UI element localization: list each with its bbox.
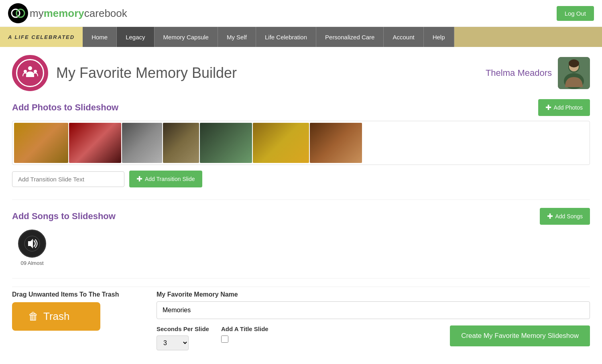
transition-row: ✚ Add Transition Slide [12,171,590,187]
add-transition-slide-button[interactable]: ✚ Add Transition Slide [129,171,202,187]
photo-item[interactable] [69,123,121,163]
nav-item-legacy[interactable]: Legacy [117,27,154,47]
seconds-select[interactable]: 1 2 3 4 5 10 [157,336,189,350]
page-header-left: My Favorite Memory Builder [12,55,237,91]
nav-items: Home Legacy Memory Capsule My Self Life … [83,27,602,47]
songs-section: Add Songs to Slideshow ✚ Add Songs 09 Al… [12,208,590,266]
divider-2 [12,278,590,279]
photo-strip [14,123,588,163]
photo-item[interactable] [163,123,199,163]
song-name: 09 Almost [20,260,43,266]
page-header-right: Thelma Meadors [486,57,590,89]
transition-slide-text-input[interactable] [12,171,124,187]
top-bar: mymemorycarebook Log Out [0,0,602,27]
title-slide-checkbox[interactable] [221,336,228,343]
memory-form-section: My Favorite Memory Name Seconds Per Slid… [157,291,590,350]
photos-section-header: Add Photos to Slideshow ✚ Add Photos [12,99,590,116]
photos-section-title: Add Photos to Slideshow [12,102,118,113]
page-header: My Favorite Memory Builder Thelma Meador… [12,55,590,91]
page-icon-inner [16,59,44,87]
memory-name-label: My Favorite Memory Name [157,291,590,298]
nav-item-myself[interactable]: My Self [218,27,256,47]
form-row: Seconds Per Slide 1 2 3 4 5 10 Add A Tit… [157,325,590,350]
photo-item[interactable] [122,123,162,163]
songs-section-title: Add Songs to Slideshow [12,211,116,222]
plus-icon: ✚ [547,212,553,221]
logo-area: mymemorycarebook [8,3,127,23]
svg-point-2 [28,66,32,70]
song-item[interactable]: 09 Almost [12,230,52,266]
logo-text: mymemorycarebook [30,7,127,20]
logo-suffix: carebook [84,7,127,19]
nav-item-memory-capsule[interactable]: Memory Capsule [155,27,218,47]
page-icon [12,55,48,91]
svg-point-4 [34,70,37,73]
photo-strip-container [12,121,590,165]
add-songs-button[interactable]: ✚ Add Songs [540,208,590,225]
nav-brand: A LIFE CELEBRATED [0,27,83,47]
trash-label: Drag Unwanted Items To The Trash [12,291,140,298]
nav-item-personalized-care[interactable]: Personalized Care [316,27,384,47]
trash-icon: 🗑 [28,310,39,323]
logout-button[interactable]: Log Out [557,6,594,21]
title-slide-section: Add A Title Slide [221,325,268,343]
seconds-section: Seconds Per Slide 1 2 3 4 5 10 [157,325,209,350]
page-content: My Favorite Memory Builder Thelma Meador… [0,47,602,358]
create-slideshow-button[interactable]: Create My Favorite Memory Slideshow [450,325,590,346]
songs-section-header: Add Songs to Slideshow ✚ Add Songs [12,208,590,225]
avatar [558,57,590,89]
nav-item-help[interactable]: Help [424,27,454,47]
nav-item-account[interactable]: Account [384,27,423,47]
page-title: My Favorite Memory Builder [56,65,237,81]
photo-item[interactable] [200,123,252,163]
svg-point-1 [16,9,24,17]
checkbox-row [221,336,268,343]
plus-icon: ✚ [545,103,551,112]
seconds-label: Seconds Per Slide [157,325,209,332]
svg-point-9 [569,59,579,67]
logo-prefix: my [30,7,44,19]
photo-item[interactable] [253,123,309,163]
nav-item-life-celebration[interactable]: Life Celebration [256,27,316,47]
memory-name-input[interactable] [157,301,590,319]
nav-item-home[interactable]: Home [83,27,117,47]
logo-green: memory [44,7,84,19]
plus-icon: ✚ [136,175,142,183]
nav-bar: A LIFE CELEBRATED Home Legacy Memory Cap… [0,27,602,47]
divider-1 [12,199,590,200]
user-name: Thelma Meadors [486,68,552,78]
bottom-section: Drag Unwanted Items To The Trash 🗑 Trash… [12,287,590,350]
song-icon [18,230,46,258]
svg-point-3 [24,70,27,73]
add-photos-button[interactable]: ✚ Add Photos [538,99,590,116]
logo-icon [8,3,28,23]
trash-section: Drag Unwanted Items To The Trash 🗑 Trash [12,291,140,331]
create-button-wrapper: Create My Favorite Memory Slideshow [281,325,590,346]
photo-item[interactable] [14,123,68,163]
title-slide-label: Add A Title Slide [221,325,268,332]
trash-button[interactable]: 🗑 Trash [12,302,100,331]
trash-button-label: Trash [43,310,70,323]
photo-item[interactable] [310,123,362,163]
